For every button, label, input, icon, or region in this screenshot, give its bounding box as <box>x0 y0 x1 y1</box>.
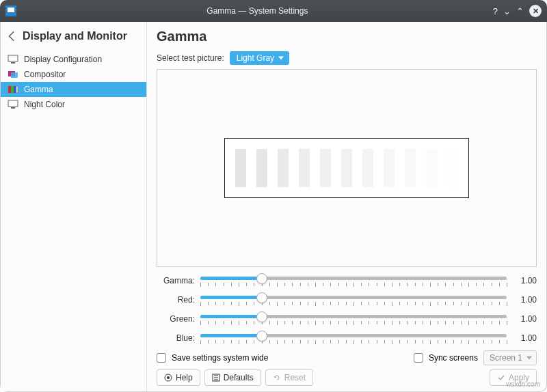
picture-label: Select test picture: <box>157 53 224 63</box>
help-button-label: Help <box>176 373 193 382</box>
sync-screens-checkbox[interactable] <box>414 353 423 363</box>
svg-rect-7 <box>14 86 16 93</box>
reset-button[interactable]: Reset <box>265 369 313 386</box>
slider-value: 1.00 <box>512 333 537 343</box>
sidebar-item-label: Gamma <box>24 85 53 94</box>
options-row: Save settings system wide Sync screens S… <box>157 350 537 365</box>
gray-bar <box>320 149 331 187</box>
gray-bar <box>256 149 267 187</box>
gray-bar <box>299 149 310 187</box>
gray-bar <box>341 149 352 187</box>
minimize-icon[interactable]: ⌄ <box>503 6 511 16</box>
save-wide-checkbox[interactable] <box>157 353 166 363</box>
slider-value: 1.00 <box>512 314 537 324</box>
gray-bar <box>278 149 289 187</box>
window-title: Gamma — System Settings <box>22 6 493 16</box>
slider-track[interactable] <box>200 331 507 345</box>
buttons-row: Help Defaults Reset Apply <box>157 369 537 386</box>
titlebar: Gamma — System Settings ? ⌄ ⌃ ✕ <box>0 0 547 22</box>
slider-thumb[interactable] <box>256 292 267 303</box>
slider-label: Green: <box>157 314 195 324</box>
help-button[interactable]: Help <box>157 369 200 386</box>
help-icon[interactable]: ? <box>493 6 498 16</box>
body: Display and Monitor Display Configuratio… <box>0 22 547 392</box>
svg-rect-3 <box>11 72 18 78</box>
gray-bar <box>405 149 416 187</box>
slider-track[interactable] <box>200 274 507 288</box>
apply-icon <box>497 374 505 382</box>
close-icon[interactable]: ✕ <box>529 5 542 17</box>
reset-button-label: Reset <box>284 373 306 382</box>
svg-point-11 <box>167 376 170 379</box>
preview-frame <box>157 69 537 267</box>
slider-row-green: Green:1.00 <box>157 312 537 326</box>
sidebar: Display and Monitor Display Configuratio… <box>1 22 147 391</box>
sidebar-item-gamma[interactable]: Gamma <box>1 82 146 97</box>
slider-value: 1.00 <box>512 276 537 285</box>
watermark: wsxdn.com <box>506 380 540 388</box>
compositor-icon <box>8 69 18 80</box>
save-wide-label: Save settings system wide <box>172 353 268 363</box>
slider-track[interactable] <box>200 312 507 326</box>
svg-rect-1 <box>11 62 15 64</box>
defaults-icon <box>212 374 220 382</box>
gray-bar <box>426 149 437 187</box>
slider-track[interactable] <box>200 293 507 307</box>
gray-bar <box>447 149 458 187</box>
sidebar-item-display-configuration[interactable]: Display Configuration <box>1 52 146 67</box>
defaults-button[interactable]: Defaults <box>204 369 261 386</box>
svg-rect-9 <box>11 107 15 109</box>
sidebar-title: Display and Monitor <box>23 30 127 42</box>
slider-row-blue: Blue:1.00 <box>157 331 537 345</box>
gray-bar <box>384 149 395 187</box>
svg-rect-5 <box>8 86 11 93</box>
screen-select[interactable]: Screen 1 <box>483 350 537 365</box>
slider-row-gamma: Gamma:1.00 <box>157 274 537 288</box>
gray-bar <box>362 149 373 187</box>
sidebar-item-label: Night Color <box>24 100 65 109</box>
sidebar-item-label: Display Configuration <box>24 55 102 64</box>
gray-bar <box>235 149 246 187</box>
reset-icon <box>273 374 281 382</box>
svg-rect-8 <box>8 100 18 107</box>
picture-row: Select test picture: Light Gray <box>157 51 537 65</box>
slider-label: Red: <box>157 295 195 305</box>
maximize-icon[interactable]: ⌃ <box>516 6 524 16</box>
slider-label: Gamma: <box>157 276 195 285</box>
main: Gamma Select test picture: Light Gray Ga… <box>147 22 546 391</box>
gamma-icon <box>8 84 18 95</box>
sidebar-item-compositor[interactable]: Compositor <box>1 67 146 82</box>
svg-rect-6 <box>11 86 14 93</box>
sliders: Gamma:1.00Red:1.00Green:1.00Blue:1.00 <box>157 274 537 345</box>
sidebar-item-night-color[interactable]: Night Color <box>1 97 146 112</box>
picture-dropdown[interactable]: Light Gray <box>230 51 289 65</box>
slider-thumb[interactable] <box>256 311 267 322</box>
slider-thumb[interactable] <box>256 273 267 284</box>
monitor-icon <box>8 54 18 65</box>
preview-inner <box>224 138 469 198</box>
page-title: Gamma <box>157 29 537 44</box>
help-btn-icon <box>164 374 172 382</box>
slider-row-red: Red:1.00 <box>157 293 537 307</box>
sync-screens-label: Sync screens <box>429 353 478 363</box>
sidebar-item-label: Compositor <box>24 70 66 79</box>
back-icon[interactable] <box>6 30 18 42</box>
slider-label: Blue: <box>157 333 195 343</box>
svg-rect-0 <box>8 55 18 61</box>
sidebar-items: Display Configuration Compositor Gamma N… <box>1 52 146 112</box>
app-icon <box>5 5 16 16</box>
defaults-button-label: Defaults <box>224 373 254 382</box>
window-buttons: ? ⌄ ⌃ ✕ <box>493 5 542 17</box>
slider-value: 1.00 <box>512 295 537 305</box>
night-icon <box>8 99 18 110</box>
sidebar-header: Display and Monitor <box>1 22 146 52</box>
slider-thumb[interactable] <box>256 331 267 341</box>
